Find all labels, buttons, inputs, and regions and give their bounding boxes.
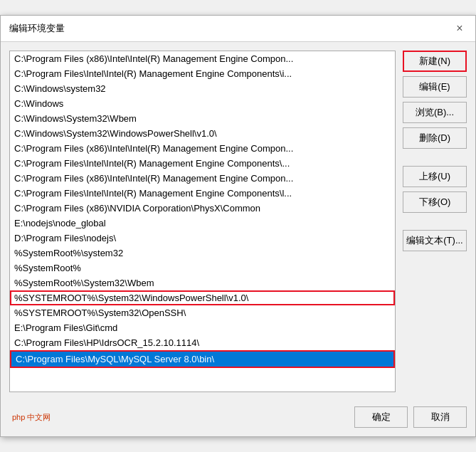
list-item[interactable]: C:\Program Files\HP\IdrsOCR_15.2.10.1114… bbox=[10, 335, 395, 350]
list-item[interactable]: %SystemRoot% bbox=[10, 261, 395, 275]
title-bar: 编辑环境变量 × bbox=[1, 16, 475, 42]
dialog-footer: php 中文网 确定 取消 bbox=[1, 401, 475, 436]
edit-button[interactable]: 编辑(E) bbox=[403, 76, 467, 98]
dialog-body: C:\Program Files (x86)\Intel\Intel(R) Ma… bbox=[1, 42, 475, 401]
list-item[interactable]: C:\Program Files (x86)\Intel\Intel(R) Ma… bbox=[10, 171, 395, 186]
new-button[interactable]: 新建(N) bbox=[403, 51, 467, 72]
list-item[interactable]: C:\Program Files\Intel\Intel(R) Manageme… bbox=[10, 66, 395, 81]
list-item[interactable]: C:\Program Files (x86)\NVIDIA Corporatio… bbox=[10, 201, 395, 216]
browse-button[interactable]: 浏览(B)... bbox=[403, 102, 467, 123]
ok-button[interactable]: 确定 bbox=[354, 406, 408, 428]
list-item[interactable]: %SystemRoot%\system32 bbox=[10, 246, 395, 261]
list-item[interactable]: E:\nodejs\node_global bbox=[10, 216, 395, 231]
dialog-title: 编辑环境变量 bbox=[9, 22, 65, 35]
env-var-list[interactable]: C:\Program Files (x86)\Intel\Intel(R) Ma… bbox=[9, 51, 396, 392]
close-button[interactable]: × bbox=[453, 21, 467, 36]
list-item[interactable]: E:\Program Files\Git\cmd bbox=[10, 320, 395, 335]
move-up-button[interactable]: 上移(U) bbox=[403, 166, 467, 187]
list-item[interactable]: %SystemRoot%\System32\Wbem bbox=[10, 275, 395, 290]
list-item[interactable]: %SYSTEMROOT%\System32\OpenSSH\ bbox=[10, 305, 395, 320]
watermark-text: php 中文网 bbox=[9, 412, 51, 423]
list-item[interactable]: C:\Windows bbox=[10, 96, 395, 111]
list-item[interactable]: D:\Program Files\nodejs\ bbox=[10, 231, 395, 246]
list-item[interactable]: C:\Program Files\Intel\Intel(R) Manageme… bbox=[10, 186, 395, 201]
buttons-panel: 新建(N) 编辑(E) 浏览(B)... 删除(D) 上移(U) 下移(O) 编… bbox=[403, 51, 467, 392]
list-item[interactable]: C:\Program Files\Intel\Intel(R) Manageme… bbox=[10, 156, 395, 171]
edit-text-button[interactable]: 编辑文本(T)... bbox=[403, 230, 467, 251]
edit-env-var-dialog: 编辑环境变量 × C:\Program Files (x86)\Intel\In… bbox=[0, 15, 476, 437]
list-item[interactable]: C:\Program Files\MySQL\MySQL Server 8.0\… bbox=[10, 350, 395, 368]
cancel-button[interactable]: 取消 bbox=[413, 406, 467, 428]
list-item[interactable]: C:\Program Files (x86)\Intel\Intel(R) Ma… bbox=[10, 141, 395, 156]
list-item[interactable]: C:\Program Files (x86)\Intel\Intel(R) Ma… bbox=[10, 51, 395, 66]
list-item[interactable]: %SYSTEMROOT%\System32\WindowsPowerShell\… bbox=[10, 290, 395, 305]
delete-button[interactable]: 删除(D) bbox=[403, 127, 467, 149]
list-item[interactable]: C:\Windows\System32\Wbem bbox=[10, 111, 395, 126]
list-item[interactable]: C:\Windows\System32\WindowsPowerShell\v1… bbox=[10, 126, 395, 141]
list-item[interactable]: C:\Windows\system32 bbox=[10, 81, 395, 96]
move-down-button[interactable]: 下移(O) bbox=[403, 191, 467, 213]
